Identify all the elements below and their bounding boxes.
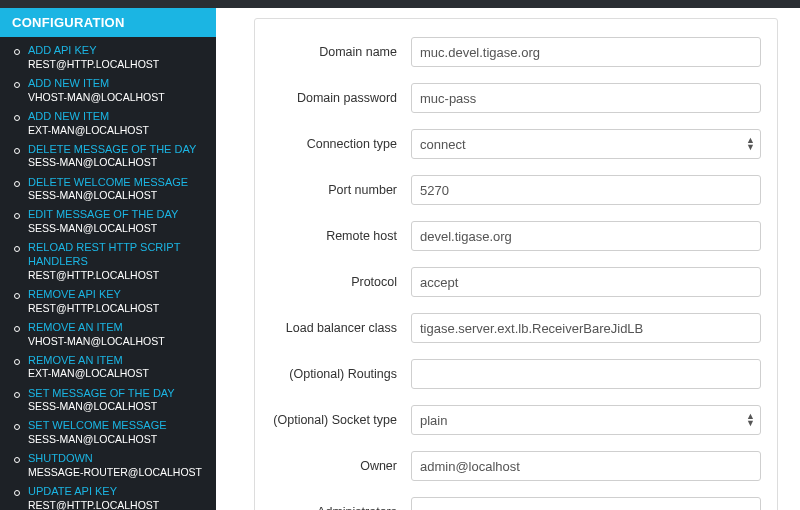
sidebar-item-sub: SESS-MAN@LOCALHOST [28,189,208,202]
form-row-port-number: Port number [271,175,761,205]
sidebar-item[interactable]: EDIT MESSAGE OF THE DAYSESS-MAN@LOCALHOS… [0,205,216,238]
connection-type-label: Connection type [271,137,411,151]
sidebar-item-link[interactable]: DELETE WELCOME MESSAGE [28,176,208,190]
sidebar-item-sub: SESS-MAN@LOCALHOST [28,222,208,235]
remote-host-input[interactable] [411,221,761,251]
sidebar-header: CONFIGURATION [0,8,216,37]
load-balancer-class-label: Load balancer class [271,321,411,335]
owner-label: Owner [271,459,411,473]
form-row-routings: (Optional) Routings [271,359,761,389]
routings-input[interactable] [411,359,761,389]
form-row-remote-host: Remote host [271,221,761,251]
sidebar-item[interactable]: RELOAD REST HTTP SCRIPT HANDLERSREST@HTT… [0,238,216,285]
sidebar-item[interactable]: SHUTDOWNMESSAGE-ROUTER@LOCALHOST [0,449,216,482]
sidebar-item[interactable]: UPDATE API KEYREST@HTTP.LOCALHOST [0,482,216,510]
sidebar-item-sub: VHOST-MAN@LOCALHOST [28,335,208,348]
sidebar-item-link[interactable]: UPDATE API KEY [28,485,208,499]
sidebar: CONFIGURATION ADD API KEYREST@HTTP.LOCAL… [0,8,216,510]
sidebar-item-link[interactable]: RELOAD REST HTTP SCRIPT HANDLERS [28,241,208,269]
form-row-load-balancer-class: Load balancer class [271,313,761,343]
form-panel: Domain nameDomain passwordConnection typ… [254,18,778,510]
owner-input[interactable] [411,451,761,481]
sidebar-item-sub: REST@HTTP.LOCALHOST [28,499,208,510]
sidebar-item[interactable]: DELETE WELCOME MESSAGESESS-MAN@LOCALHOST [0,173,216,206]
domain-password-label: Domain password [271,91,411,105]
sidebar-item-link[interactable]: SET WELCOME MESSAGE [28,419,208,433]
port-number-input[interactable] [411,175,761,205]
administrators-label: Administrators [271,505,411,510]
sidebar-item-link[interactable]: DELETE MESSAGE OF THE DAY [28,143,208,157]
sidebar-item-sub: MESSAGE-ROUTER@LOCALHOST [28,466,208,479]
administrators-input[interactable] [411,497,761,510]
sidebar-item[interactable]: REMOVE AN ITEMVHOST-MAN@LOCALHOST [0,318,216,351]
form-row-owner: Owner [271,451,761,481]
remote-host-label: Remote host [271,229,411,243]
form-row-socket-type: (Optional) Socket typeplain▲▼ [271,405,761,435]
protocol-label: Protocol [271,275,411,289]
sidebar-item-link[interactable]: ADD NEW ITEM [28,77,208,91]
sidebar-item-sub: SESS-MAN@LOCALHOST [28,156,208,169]
sidebar-item-link[interactable]: REMOVE AN ITEM [28,354,208,368]
form-row-domain-name: Domain name [271,37,761,67]
load-balancer-class-input[interactable] [411,313,761,343]
sidebar-item-link[interactable]: SHUTDOWN [28,452,208,466]
domain-name-input[interactable] [411,37,761,67]
main-content: Domain nameDomain passwordConnection typ… [216,8,800,510]
top-bar [0,0,800,8]
sidebar-item-link[interactable]: REMOVE API KEY [28,288,208,302]
sidebar-item[interactable]: SET WELCOME MESSAGESESS-MAN@LOCALHOST [0,416,216,449]
sidebar-item[interactable]: REMOVE AN ITEMEXT-MAN@LOCALHOST [0,351,216,384]
sidebar-item-sub: REST@HTTP.LOCALHOST [28,302,208,315]
port-number-label: Port number [271,183,411,197]
sidebar-item[interactable]: ADD API KEYREST@HTTP.LOCALHOST [0,41,216,74]
sidebar-item-sub: SESS-MAN@LOCALHOST [28,400,208,413]
sidebar-item-sub: SESS-MAN@LOCALHOST [28,433,208,446]
sidebar-item-sub: EXT-MAN@LOCALHOST [28,124,208,137]
socket-type-label: (Optional) Socket type [271,413,411,427]
sidebar-item-link[interactable]: ADD NEW ITEM [28,110,208,124]
sidebar-item-sub: VHOST-MAN@LOCALHOST [28,91,208,104]
sidebar-item[interactable]: DELETE MESSAGE OF THE DAYSESS-MAN@LOCALH… [0,140,216,173]
sidebar-item-link[interactable]: EDIT MESSAGE OF THE DAY [28,208,208,222]
connection-type-select[interactable]: connect [411,129,761,159]
form-row-connection-type: Connection typeconnect▲▼ [271,129,761,159]
sidebar-list: ADD API KEYREST@HTTP.LOCALHOSTADD NEW IT… [0,37,216,510]
sidebar-item[interactable]: ADD NEW ITEMEXT-MAN@LOCALHOST [0,107,216,140]
sidebar-item-link[interactable]: REMOVE AN ITEM [28,321,208,335]
sidebar-item[interactable]: SET MESSAGE OF THE DAYSESS-MAN@LOCALHOST [0,384,216,417]
routings-label: (Optional) Routings [271,367,411,381]
form-row-administrators: Administrators [271,497,761,510]
domain-name-label: Domain name [271,45,411,59]
form-row-protocol: Protocol [271,267,761,297]
socket-type-select[interactable]: plain [411,405,761,435]
sidebar-item-link[interactable]: SET MESSAGE OF THE DAY [28,387,208,401]
form-row-domain-password: Domain password [271,83,761,113]
sidebar-item-link[interactable]: ADD API KEY [28,44,208,58]
domain-password-input[interactable] [411,83,761,113]
sidebar-item[interactable]: REMOVE API KEYREST@HTTP.LOCALHOST [0,285,216,318]
sidebar-item-sub: EXT-MAN@LOCALHOST [28,367,208,380]
protocol-input[interactable] [411,267,761,297]
sidebar-item-sub: REST@HTTP.LOCALHOST [28,58,208,71]
sidebar-item[interactable]: ADD NEW ITEMVHOST-MAN@LOCALHOST [0,74,216,107]
sidebar-item-sub: REST@HTTP.LOCALHOST [28,269,208,282]
